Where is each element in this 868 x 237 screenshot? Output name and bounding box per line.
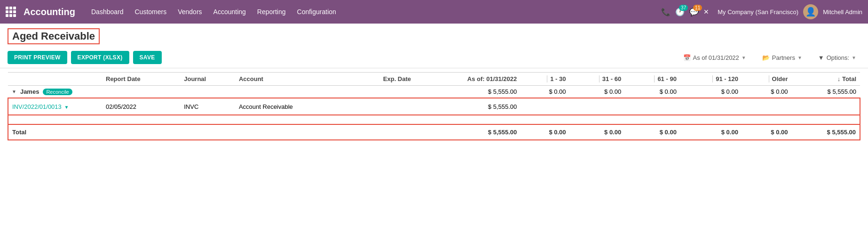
as-of-filter[interactable]: 📅 As of 01/31/2022 ▼ <box>679 52 750 64</box>
brand-title: Accounting <box>24 7 75 17</box>
toolbar: PRINT PREVIEW EXPORT (XLSX) SAVE 📅 As of… <box>0 47 868 68</box>
total-empty-2 <box>180 124 235 140</box>
phone-icon[interactable]: 📞 <box>661 8 671 16</box>
col-header-journal: Journal <box>180 73 235 86</box>
1-30-separator: 1 - 30 <box>547 75 566 82</box>
group-chevron-icon[interactable]: ▼ <box>12 89 16 94</box>
group-report-date <box>102 86 180 98</box>
print-preview-button[interactable]: PRINT PREVIEW <box>8 51 67 64</box>
messages-icon[interactable]: 💬 11 <box>689 8 699 16</box>
report-table-container: Report Date Journal Account Exp. Date As… <box>0 68 868 148</box>
total-as-of: $ 5,555.00 <box>415 124 521 140</box>
nav-dashboard[interactable]: Dashboard <box>87 5 128 18</box>
username: Mitchell Admin <box>823 8 862 16</box>
partners-chevron: ▼ <box>797 55 802 60</box>
nav-accounting[interactable]: Accounting <box>209 5 251 18</box>
options-label: Options: <box>827 54 849 61</box>
nav-customers[interactable]: Customers <box>130 5 172 18</box>
col-header-31-60: 31 - 60 <box>570 73 625 86</box>
col-header-1-30: 1 - 30 <box>521 73 569 86</box>
as-of-label: As of 01/31/2022 <box>693 54 739 61</box>
group-91-120: $ 0.00 <box>680 86 742 98</box>
invoice-report-date: 02/05/2022 <box>102 98 180 115</box>
col-header-account: Account <box>235 73 349 86</box>
invoice-total <box>792 98 860 115</box>
col-header-report-date: Report Date <box>102 73 180 86</box>
calendar-icon: 📅 <box>683 54 691 61</box>
avatar[interactable]: 👤 <box>803 4 818 19</box>
close-icon[interactable]: ✕ <box>703 8 709 16</box>
group-journal <box>180 86 235 98</box>
page-title: Aged Receivable <box>8 28 100 44</box>
partners-icon: 📂 <box>762 54 770 61</box>
activity-badge: 37 <box>679 5 688 11</box>
invoice-older <box>742 98 792 115</box>
col-header-name <box>8 73 102 86</box>
reconcile-badge[interactable]: Reconcile <box>43 89 72 95</box>
invoice-1-30 <box>521 98 569 115</box>
partners-label: Partners <box>772 54 795 61</box>
group-61-90: $ 0.00 <box>625 86 680 98</box>
messages-badge: 11 <box>693 5 702 11</box>
group-older: $ 0.00 <box>742 86 792 98</box>
col-header-61-90: 61 - 90 <box>625 73 680 86</box>
invoice-exp-date <box>349 98 415 115</box>
export-xlsx-button[interactable]: EXPORT (XLSX) <box>71 51 129 64</box>
col-header-91-120: 91 - 120 <box>680 73 742 86</box>
filter-controls: 📅 As of 01/31/2022 ▼ 📂 Partners ▼ ▼ Opti… <box>679 52 860 64</box>
invoice-link[interactable]: INV/2022/01/0013 <box>12 103 62 110</box>
table-header-row: Report Date Journal Account Exp. Date As… <box>8 73 860 86</box>
total-row: Total $ 5,555.00 $ 0.00 $ 0.00 $ 0.00 $ … <box>8 124 860 140</box>
options-chevron: ▼ <box>852 55 856 60</box>
group-exp-date <box>349 86 415 98</box>
invoice-id-cell: INV/2022/01/0013 ▼ <box>8 98 102 115</box>
total-empty-3 <box>235 124 349 140</box>
spacer-row <box>8 115 860 124</box>
total-sort-icon: ↓ <box>837 75 842 82</box>
nav-reporting[interactable]: Reporting <box>253 5 291 18</box>
partners-filter[interactable]: 📂 Partners ▼ <box>758 52 806 64</box>
nav-vendors[interactable]: Vendors <box>173 5 206 18</box>
group-row-james: ▼ James Reconcile $ 5,555.00 $ 0.00 $ 0.… <box>8 86 860 98</box>
group-31-60: $ 0.00 <box>570 86 625 98</box>
total-older: $ 0.00 <box>742 124 792 140</box>
group-1-30: $ 0.00 <box>521 86 569 98</box>
aged-receivable-table: Report Date Journal Account Exp. Date As… <box>8 72 860 140</box>
invoice-as-of-amount: $ 5,555.00 <box>415 98 521 115</box>
filter-icon: ▼ <box>818 54 824 61</box>
company-name: My Company (San Francisco) <box>718 8 798 16</box>
page-header: Aged Receivable <box>0 24 868 47</box>
invoice-61-90 <box>625 98 680 115</box>
apps-grid-icon[interactable] <box>6 7 16 17</box>
col-header-total[interactable]: ↓ Total <box>792 73 860 86</box>
col-header-exp-date: Exp. Date <box>349 73 415 86</box>
group-label-cell: ▼ James Reconcile <box>8 86 102 98</box>
total-31-60: $ 0.00 <box>570 124 625 140</box>
activity-icon[interactable]: 🕐 37 <box>675 8 685 16</box>
invoice-91-120 <box>680 98 742 115</box>
total-1-30: $ 0.00 <box>521 124 569 140</box>
total-total: $ 5,555.00 <box>792 124 860 140</box>
total-empty-1 <box>102 124 180 140</box>
group-account <box>235 86 349 98</box>
invoice-journal: INVC <box>180 98 235 115</box>
top-navigation: Accounting Dashboard Customers Vendors A… <box>0 0 868 24</box>
group-total: $ 5,555.00 <box>792 86 860 98</box>
save-button[interactable]: SAVE <box>133 51 162 64</box>
nav-configuration[interactable]: Configuration <box>292 5 341 18</box>
options-filter[interactable]: ▼ Options: ▼ <box>814 52 860 64</box>
topbar-right: 📞 🕐 37 💬 11 ✕ My Company (San Francisco)… <box>661 4 862 19</box>
total-label: Total <box>8 124 102 140</box>
main-menu: Dashboard Customers Vendors Accounting R… <box>87 5 658 18</box>
total-91-120: $ 0.00 <box>680 124 742 140</box>
invoice-row: INV/2022/01/0013 ▼ 02/05/2022 INVC Accou… <box>8 98 860 115</box>
invoice-chevron-icon[interactable]: ▼ <box>64 105 69 110</box>
total-empty-4 <box>349 124 415 140</box>
invoice-31-60 <box>570 98 625 115</box>
col-header-as-of: As of: 01/31/2022 <box>415 73 521 86</box>
as-of-chevron: ▼ <box>742 55 746 60</box>
total-61-90: $ 0.00 <box>625 124 680 140</box>
invoice-account: Account Receivable <box>235 98 349 115</box>
group-as-of-amount: $ 5,555.00 <box>415 86 521 98</box>
col-header-older: Older <box>742 73 792 86</box>
